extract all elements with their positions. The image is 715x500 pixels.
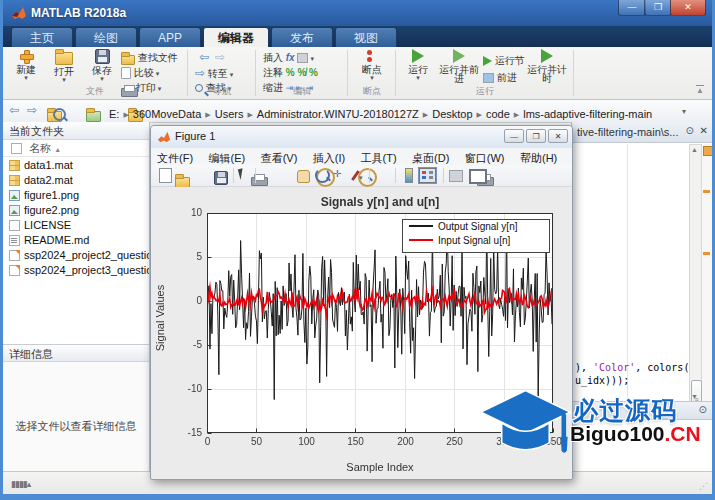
legend-line-red (409, 239, 433, 241)
editor-vscrollbar[interactable]: ▲ ≡ ▼ (689, 144, 702, 402)
menu-insert[interactable]: 插入(I) (313, 152, 345, 164)
file-row[interactable]: figure1.png (3, 188, 149, 203)
tab-view[interactable]: 视图 (335, 27, 397, 47)
tab-plots[interactable]: 绘图 (75, 27, 137, 47)
rotate-3d-icon[interactable] (315, 168, 330, 183)
menu-file[interactable]: 文件(F) (157, 152, 193, 164)
panel-menu-icon[interactable]: ⊙ (699, 404, 707, 415)
warning-marker[interactable] (703, 190, 710, 193)
browse-folder-icon[interactable] (86, 111, 101, 122)
undock-icon[interactable] (469, 169, 487, 184)
mat-file-icon (9, 160, 20, 171)
menu-desktop[interactable]: 桌面(D) (412, 152, 449, 164)
save-button[interactable]: 保存 (83, 49, 121, 85)
current-folder-header[interactable]: 当前文件夹 (3, 122, 149, 140)
file-row[interactable]: figure2.png (3, 203, 149, 218)
menu-tools[interactable]: 工具(T) (361, 152, 397, 164)
run-time-icon (541, 49, 553, 63)
run-advance-button[interactable]: 运行并前进 (437, 49, 481, 85)
file-row[interactable]: LICENSE (3, 218, 149, 233)
figure-minimize-button[interactable]: — (504, 129, 524, 143)
menu-window[interactable]: 窗口(W) (465, 152, 505, 164)
arrow-cursor-icon[interactable] (238, 167, 251, 180)
legend-toggle-icon[interactable] (419, 168, 436, 183)
compare-button[interactable]: 比较 (121, 66, 159, 79)
name-column-header[interactable]: 名称 ▲ (3, 140, 149, 157)
file-row[interactable]: README.md (3, 233, 149, 248)
code-line[interactable]: u_idx))); (575, 375, 629, 386)
goto-button[interactable]: ⇨ 转至 (195, 66, 233, 79)
open-button[interactable]: 打开 (45, 49, 83, 85)
breakpoints-button[interactable]: 断点 (353, 49, 391, 85)
figure-maximize-button[interactable]: ❒ (526, 129, 546, 143)
back-icon[interactable]: ⇦ (199, 50, 209, 64)
colorbar-icon[interactable] (405, 168, 413, 183)
scroll-up-icon[interactable]: ▲ (691, 146, 698, 153)
print-figure-icon[interactable] (251, 174, 264, 184)
matlab-logo-icon (11, 5, 27, 21)
save-figure-icon[interactable] (214, 171, 228, 185)
warning-marker[interactable] (703, 252, 710, 255)
comment-button[interactable]: 注释 % %̸ % (263, 66, 318, 79)
breakpoints-icon (366, 49, 378, 63)
watermark (481, 388, 573, 474)
open-folder-icon (55, 52, 73, 65)
run-button[interactable]: 运行 (401, 49, 435, 85)
nav-forward-icon[interactable]: ⇨ (27, 103, 37, 117)
code-line[interactable]: ), 'Color', colors(m (575, 362, 695, 373)
run-time-button[interactable]: 运行并计时 (525, 49, 569, 85)
file-row[interactable]: ssp2024_project3_questio (3, 263, 149, 278)
scroll-down-icon[interactable]: ▼ (691, 393, 698, 400)
advance-button[interactable]: 前进 (483, 71, 517, 84)
close-button[interactable]: ✕ (670, 0, 706, 16)
nav-back-icon[interactable]: ⇦ (9, 103, 19, 117)
file-row[interactable]: ssp2024_project2_questio (3, 248, 149, 263)
tab-apps[interactable]: APP (139, 27, 201, 47)
pan-hand-icon[interactable] (297, 170, 310, 183)
tab-publish[interactable]: 发布 (271, 27, 333, 47)
plot-legend[interactable]: Output Signal y[n] Input Signal u[n] (402, 219, 550, 253)
menu-edit[interactable]: 编辑(E) (209, 152, 246, 164)
address-search-icon[interactable] (53, 108, 66, 121)
run-icon (412, 49, 424, 63)
figure-toolbar: ✛ ▾ (151, 165, 572, 187)
new-figure-icon[interactable] (159, 168, 172, 183)
editor-tab[interactable]: tive-filtering-main\s... (577, 122, 678, 142)
run-section-icon (483, 56, 492, 66)
matlab-main-window: MATLAB R2018a — ❒ ✕ 主页 绘图 APP 编辑器 发布 视图 … (0, 0, 715, 500)
maximize-button[interactable]: ❒ (644, 0, 672, 16)
compare-icon (121, 67, 131, 79)
tab-home[interactable]: 主页 (11, 27, 73, 47)
dock-figure-icon[interactable] (449, 170, 463, 182)
new-script-button[interactable]: 新建 (7, 49, 45, 85)
code-analyzer-column (702, 144, 712, 402)
file-row[interactable]: data1.mat (3, 158, 149, 173)
details-header[interactable]: 详细信息 (3, 344, 149, 362)
data-cursor-icon[interactable]: ✛ (333, 168, 348, 183)
tab-actions-icon[interactable]: ⊙ (686, 125, 694, 136)
minimize-button[interactable]: — (618, 0, 646, 16)
figure-title-bar[interactable]: Figure 1 — ❒ ✕ (151, 126, 572, 149)
address-dropdown-icon[interactable]: ▾ (682, 107, 686, 116)
analyzer-status-icon[interactable] (703, 146, 713, 156)
brush-dropdown-icon[interactable]: ▾ (359, 174, 363, 182)
image-file-icon (9, 205, 20, 216)
legend-entry: Output Signal y[n] (403, 220, 549, 234)
status-toggle-icon[interactable]: ▮▮▮▮▴ (11, 479, 30, 489)
resize-grip[interactable]: ⋰ (699, 481, 708, 491)
tab-close-icon[interactable]: ✕ (700, 125, 708, 136)
menu-view[interactable]: 查看(V) (261, 152, 298, 164)
figure-close-button[interactable]: ✕ (548, 129, 568, 143)
tab-editor[interactable]: 编辑器 (203, 27, 269, 47)
ribbon-collapse-icon[interactable]: ▲ (696, 85, 704, 95)
run-section-button[interactable]: 运行节 (483, 54, 525, 67)
editor-tab-bar: tive-filtering-main\s... ⊙ ✕ (572, 122, 712, 143)
menu-help[interactable]: 帮助(H) (520, 152, 557, 164)
breadcrumb[interactable]: E:▶360MoveData▶Users▶Administrator.WIN7U… (109, 104, 652, 122)
find-files-button[interactable]: 查找文件 (121, 51, 178, 64)
file-row[interactable]: data2.mat (3, 173, 149, 188)
mfile-icon (9, 250, 20, 261)
title-bar: MATLAB R2018a — ❒ ✕ (3, 0, 712, 26)
forward-icon[interactable]: ⇨ (215, 50, 225, 64)
insert-button[interactable]: 插入 fx (263, 51, 314, 64)
